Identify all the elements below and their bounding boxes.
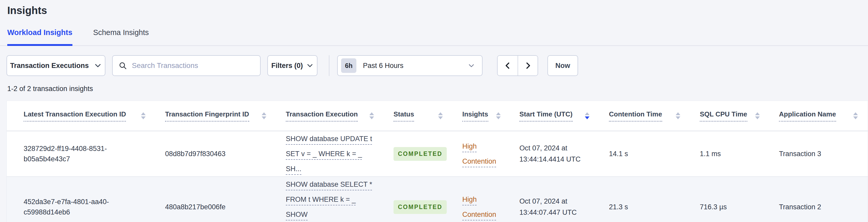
cell-contention-time: 14.1 s [600,131,691,177]
search-box[interactable] [112,55,260,76]
time-range-badge: 6h [341,58,356,73]
time-range-label: Past 6 Hours [363,62,403,70]
time-step-buttons [497,55,538,76]
sort-icon[interactable] [488,112,501,119]
transaction-execution-link[interactable]: SHOW database SELECT * FROM t WHERE k = … [286,181,372,222]
cell-start-time: Oct 07, 2024 at 13:44:07.447 UTC [510,177,600,222]
transaction-execution-link[interactable]: SHOW database UPDATE t SET v = _ WHERE k… [286,135,372,173]
cell-insights: High Contention [453,131,510,177]
cell-fingerprint-id: 480a8b217be006fe [156,177,277,222]
previous-time-range-button[interactable] [498,56,518,75]
sort-icon[interactable] [668,112,680,119]
toolbar-divider [329,55,330,76]
cell-fingerprint-id: 08d8b7d97f830463 [156,131,277,177]
filters-button-label: Filters (0) [271,62,303,70]
cell-transaction-execution: SHOW database SELECT * FROM t WHERE k = … [277,177,384,222]
cell-transaction-execution: SHOW database UPDATE t SET v = _ WHERE k… [277,131,384,177]
tab-schema-insights[interactable]: Schema Insights [93,28,149,45]
sort-icon[interactable] [133,112,146,119]
chevron-down-icon [467,62,475,69]
cell-status: COMPLETED [384,131,453,177]
column-header-insights[interactable]: Insights [453,101,510,131]
table-row: 328729d2-ff19-4408-8531- b05a5b4e43c7 08… [7,131,868,177]
cell-application-name: Transaction 2 [770,177,868,222]
transaction-insights-table: Latest Transaction Execution ID Transact… [7,101,868,222]
time-range-picker[interactable]: 6h Past 6 Hours [337,55,483,76]
cell-start-time: Oct 07, 2024 at 13:44:14.4414 UTC [510,131,600,177]
cell-sql-cpu-time: 1.1 ms [691,131,770,177]
chevron-down-icon [94,62,102,69]
column-header-latest-transaction-execution-id[interactable]: Latest Transaction Execution ID [7,101,156,131]
cell-contention-time: 21.3 s [600,177,691,222]
cell-status: COMPLETED [384,177,453,222]
search-icon [118,61,127,70]
insight-link[interactable]: High Contention [462,195,496,218]
table-row: 452da3e7-e7fa-4801-aa40- c59988d14eb6 48… [7,177,868,222]
status-badge: COMPLETED [394,200,447,214]
column-header-start-time[interactable]: Start Time (UTC) [510,101,600,131]
column-header-contention-time[interactable]: Contention Time [600,101,691,131]
tab-workload-insights[interactable]: Workload Insights [7,28,72,46]
sort-icon[interactable] [845,112,858,119]
tabbar: Workload Insights Schema Insights [0,28,868,46]
column-header-status[interactable]: Status [384,101,453,131]
next-time-range-button[interactable] [518,56,537,75]
sort-icon[interactable] [362,112,374,119]
insight-link[interactable]: High Contention [462,142,496,165]
results-summary: 1-2 of 2 transaction insights [7,85,868,93]
sort-icon[interactable] [577,112,589,119]
cell-insights: High Contention [453,177,510,222]
chevron-left-icon [503,61,512,70]
sort-icon[interactable] [747,112,760,119]
chevron-down-icon [306,62,314,69]
now-button-label: Now [556,62,570,70]
cell-execution-id: 328729d2-ff19-4408-8531- b05a5b4e43c7 [7,131,156,177]
page-title: Insights [0,0,868,17]
chevron-right-icon [524,61,532,70]
toolbar: Transaction Executions Filters (0) 6h Pa… [6,55,868,76]
sort-icon[interactable] [254,112,266,119]
search-input[interactable] [131,61,254,70]
insights-table-card: Latest Transaction Execution ID Transact… [6,101,868,222]
filters-button[interactable]: Filters (0) [267,55,317,76]
table-header-row: Latest Transaction Execution ID Transact… [7,101,868,131]
status-badge: COMPLETED [394,147,447,161]
cell-execution-id: 452da3e7-e7fa-4801-aa40- c59988d14eb6 [7,177,156,222]
column-header-transaction-fingerprint-id[interactable]: Transaction Fingerprint ID [156,101,277,131]
execution-type-dropdown-label: Transaction Executions [10,62,89,70]
column-header-transaction-execution[interactable]: Transaction Execution [277,101,384,131]
column-header-application-name[interactable]: Application Name [770,101,868,131]
sort-icon[interactable] [430,112,443,119]
column-header-sql-cpu-time[interactable]: SQL CPU Time [691,101,770,131]
execution-type-dropdown[interactable]: Transaction Executions [6,55,105,76]
cell-sql-cpu-time: 716.3 µs [691,177,770,222]
cell-application-name: Transaction 3 [770,131,868,177]
now-button[interactable]: Now [548,55,578,76]
